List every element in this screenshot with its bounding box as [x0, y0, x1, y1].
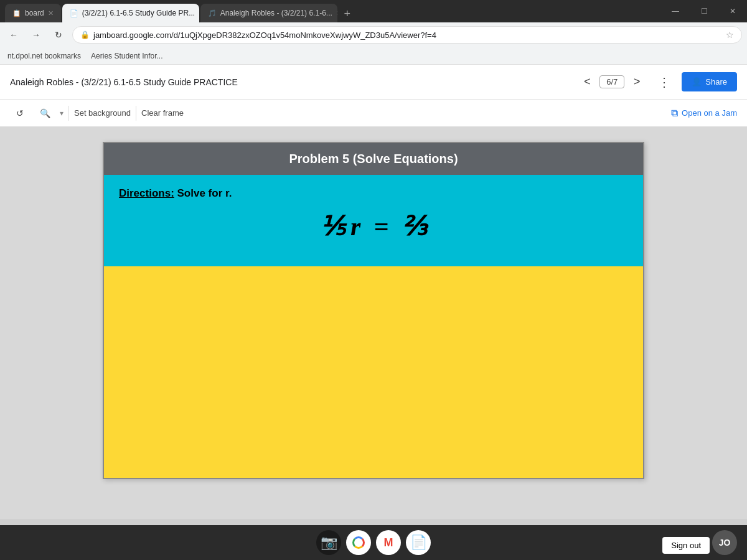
tab-studyguide-close[interactable]: ✕	[199, 9, 199, 17]
next-page-button[interactable]: >	[627, 72, 647, 92]
toolbar2-right: ⧉ Open on a Jam	[671, 108, 737, 119]
lock-icon: 🔒	[80, 30, 90, 39]
taskbar-files-icon[interactable]: 📄	[406, 530, 431, 555]
tab-studyguide[interactable]: 📄 (3/2/21) 6.1-6.5 Study Guide PR... ✕	[62, 4, 199, 22]
toolbar-divider	[68, 106, 69, 121]
bookmark-dpol[interactable]: nt.dpol.net bookmarks	[7, 52, 81, 60]
directions-line: Directions: Solve for r.	[119, 187, 628, 200]
refresh-button[interactable]: ↺	[10, 103, 30, 123]
google-g-icon	[352, 536, 365, 549]
address-text: jamboard.google.com/d/1uQjXpgeDR382zxOZO…	[93, 30, 722, 40]
more-options-button[interactable]: ⋮	[654, 72, 674, 92]
whiteboard-area: Problem 5 (Solve Equations) Directions: …	[0, 127, 747, 519]
browser-chrome: 📋 board ✕ 📄 (3/2/21) 6.1-6.5 Study Guide…	[0, 0, 747, 65]
set-background-button[interactable]: Set background	[74, 108, 131, 118]
taskbar-camera-icon[interactable]: 📷	[316, 530, 341, 555]
jamboard-title: Analeigh Robles - (3/2/21) 6.1-6.5 Study…	[10, 77, 570, 87]
tab-analeigh[interactable]: 🎵 Analeigh Robles - (3/2/21) 6.1-6... ✕	[200, 4, 337, 22]
camera-icon: 📷	[321, 534, 337, 551]
clear-frame-button[interactable]: Clear frame	[141, 108, 184, 118]
open-jam-button[interactable]: Open on a Jam	[682, 108, 737, 118]
tab-board-close[interactable]: ✕	[48, 9, 54, 17]
maximize-button[interactable]: ☐	[690, 0, 718, 22]
taskbar: 📷 M 📄 Sign out JO	[0, 525, 747, 560]
bookmark-aeries[interactable]: Aeries Student Infor...	[91, 52, 162, 60]
tab-analeigh-icon: 🎵	[208, 9, 217, 17]
jam-teal-section: Directions: Solve for r. ⅕ r = ⅔ r =	[104, 175, 643, 266]
directions-label: Directions:	[119, 187, 174, 199]
jamboard-toolbar: Analeigh Robles - (3/2/21) 6.1-6.5 Study…	[0, 65, 747, 100]
tab-analeigh-label: Analeigh Robles - (3/2/21) 6.1-6...	[220, 9, 332, 17]
taskbar-gmail-icon[interactable]: M	[376, 530, 401, 555]
avatar-initials: JO	[719, 538, 731, 548]
tab-bar: 📋 board ✕ 📄 (3/2/21) 6.1-6.5 Study Guide…	[0, 0, 747, 22]
close-button[interactable]: ✕	[718, 0, 747, 22]
tab-board-label: board	[25, 9, 44, 17]
user-avatar: JO	[712, 530, 737, 555]
tab-analeigh-close[interactable]: ✕	[336, 9, 337, 17]
signout-button[interactable]: Sign out	[662, 537, 710, 554]
address-bar[interactable]: 🔒 jamboard.google.com/d/1uQjXpgeDR382zxO…	[72, 26, 742, 44]
bookmark-star-icon[interactable]: ☆	[726, 30, 734, 40]
window-controls: — ☐ ✕	[661, 0, 747, 22]
tab-studyguide-icon: 📄	[70, 9, 78, 17]
tab-board[interactable]: 📋 board ✕	[5, 4, 61, 22]
open-jam-icon: ⧉	[671, 108, 678, 119]
jamboard-app: Analeigh Robles - (3/2/21) 6.1-6.5 Study…	[0, 65, 747, 519]
toolbar-divider2	[136, 106, 136, 121]
tab-studyguide-label: (3/2/21) 6.1-6.5 Study Guide PR...	[82, 9, 195, 17]
page-indicator: 6/7	[599, 75, 624, 88]
toolbar-right: ⋮ 👤 Share	[654, 72, 737, 92]
tab-board-icon: 📋	[12, 9, 21, 17]
back-button[interactable]: ←	[5, 26, 22, 44]
jam-yellow-section	[104, 266, 643, 478]
nav-arrows: < 6/7 >	[577, 72, 647, 92]
person-icon: 👤	[692, 77, 702, 86]
reload-button[interactable]: ↻	[50, 26, 67, 44]
jam-equation: ⅕ r = ⅔	[119, 205, 628, 248]
zoom-level: ▾	[60, 109, 63, 118]
files-icon: 📄	[410, 534, 427, 551]
jam-frame: Problem 5 (Solve Equations) Directions: …	[103, 142, 644, 479]
bookmarks-bar: nt.dpol.net bookmarks Aeries Student Inf…	[0, 47, 747, 65]
prev-page-button[interactable]: <	[577, 72, 597, 92]
minimize-button[interactable]: —	[661, 0, 690, 22]
new-tab-button[interactable]: +	[339, 5, 356, 22]
jamboard-toolbar2: ↺ 🔍 ▾ Set background Clear frame ⧉ Open …	[0, 100, 747, 127]
directions-text: Solve for r.	[174, 187, 232, 199]
taskbar-google-icon[interactable]	[346, 530, 371, 555]
address-bar-row: ← → ↻ 🔒 jamboard.google.com/d/1uQjXpgeDR…	[0, 22, 747, 47]
jam-frame-header: Problem 5 (Solve Equations)	[104, 143, 643, 175]
toolbar2-left: ↺ 🔍 ▾ Set background Clear frame	[10, 103, 184, 123]
gmail-icon: M	[384, 536, 393, 549]
share-button[interactable]: 👤 Share	[682, 72, 737, 91]
zoom-button[interactable]: 🔍	[35, 103, 55, 123]
forward-button[interactable]: →	[27, 26, 45, 44]
